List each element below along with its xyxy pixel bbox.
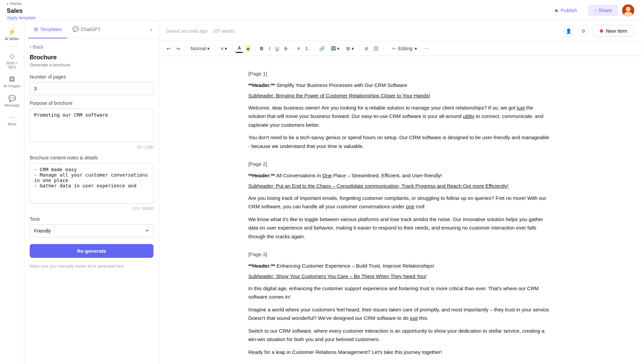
purpose-label: Purpose of brochure [30, 100, 154, 106]
tab-chatgpt-label: ChatGPT [81, 27, 101, 32]
svg-point-1 [626, 7, 631, 11]
sidebar-item-more[interactable]: ··· More [2, 111, 22, 129]
toolbar-divider-8 [383, 45, 383, 52]
bold-button[interactable]: B [258, 44, 265, 53]
page-1-marker: [Page 1] [248, 69, 552, 78]
undo-button[interactable]: ↩ [165, 44, 173, 53]
table-dropdown[interactable]: ⊞ ▾ [343, 44, 357, 53]
left-panel: ⊞ Templates 💬 ChatGPT ‹ Back Brochure Ge… [24, 21, 159, 364]
editor-meta: Saved seconds ago 337 words [166, 28, 235, 34]
panel-tabs-left: ⊞ Templates 💬 ChatGPT [28, 21, 106, 38]
templates-icon: ⊞ [34, 26, 38, 32]
sidebar-item-brief-seo[interactable]: ◇ Brief + SEO [2, 49, 22, 72]
tone-label: Tone [30, 216, 154, 222]
more-icon: ··· [9, 114, 15, 121]
avatar[interactable] [622, 4, 634, 17]
regenerate-button[interactable]: Re-generate [30, 244, 154, 258]
sidebar-item-label: Message [4, 103, 20, 107]
toolbar-divider-5 [292, 45, 292, 52]
disclaimer-text: Make sure you manually review all AI gen… [30, 263, 154, 269]
embed-button[interactable]: ⊡ [372, 44, 380, 53]
new-item-label: New Item [606, 28, 627, 34]
toolbar-divider-6 [314, 45, 314, 52]
subheader-underline: Subheader [248, 93, 273, 98]
page-2-para-2: We know what it's like to toggle between… [248, 215, 552, 241]
editor-top-bar: Saved seconds ago 337 words 👤 ⚙ New Item [159, 21, 641, 41]
sidebar-item-label: AI Writer [5, 37, 19, 41]
collapse-panel-button[interactable]: ‹ [147, 25, 155, 34]
sidebar-divider-1 [5, 46, 19, 47]
paragraph-style-dropdown[interactable]: Normal ▾ [188, 44, 212, 53]
page-3-para-1: In this digital age, enhancing the custo… [248, 284, 552, 301]
header-bold-2: **Header:** [248, 173, 275, 178]
message-icon: 💬 [8, 95, 16, 102]
sidebar-item-label: AI Images [4, 84, 21, 88]
number-of-pages-input[interactable] [30, 82, 154, 95]
editor-content[interactable]: [Page 1] **Header:** Simplify Your Busin… [159, 56, 641, 364]
tone-select[interactable]: Friendly Professional Casual Formal [30, 224, 154, 237]
back-link[interactable]: Back [30, 44, 154, 50]
toolbar-divider-2 [215, 45, 215, 52]
underline-one-roof: one [406, 204, 414, 209]
purpose-textarea[interactable]: Promoting our CRM software [30, 109, 154, 142]
breadcrumb-title: Sales [7, 7, 36, 14]
numbered-list-button[interactable]: 1. [303, 44, 311, 53]
underline-one-2: One [322, 173, 332, 178]
align-icon: ≡ [221, 46, 223, 51]
underline-button[interactable]: U [273, 44, 281, 53]
home-link[interactable]: Home [7, 1, 36, 7]
editor-actions: 👤 ⚙ New Item [563, 25, 634, 37]
tab-templates[interactable]: ⊞ Templates [28, 21, 67, 38]
editing-mode-button[interactable]: ✏ Editing ▾ [389, 44, 420, 53]
brief-seo-icon: ◇ [9, 52, 15, 60]
image-chevron-icon: ▾ [337, 46, 339, 51]
link-button[interactable]: 🔗 [317, 44, 327, 53]
toolbar-divider-1 [185, 45, 185, 52]
ai-images-icon: 🖼 [9, 76, 15, 83]
word-count: 337 words [213, 28, 235, 34]
sidebar-item-ai-images[interactable]: 🖼 AI Images [2, 73, 22, 91]
apply-template-link[interactable]: Apply template [7, 15, 36, 20]
more-toolbar-button[interactable]: ··· [422, 44, 431, 53]
header-bold: **Header:** [248, 82, 275, 88]
page-3-header: **Header:** Enhancing Customer Experienc… [248, 262, 552, 270]
notes-textarea[interactable]: - CRM made easy - Manage all your custom… [30, 163, 154, 204]
redo-button[interactable]: ↪ [174, 44, 182, 53]
sidebar-item-message[interactable]: 💬 Message [2, 92, 22, 110]
user-action-button[interactable]: 👤 [563, 25, 575, 37]
toolbar-divider-4 [255, 45, 255, 52]
content-body: [Page 1] **Header:** Simplify Your Busin… [248, 69, 552, 356]
new-item-button[interactable]: New Item [593, 25, 634, 37]
strikethrough-button[interactable]: S [282, 44, 289, 53]
top-bar: Home Sales Apply template Publish Share [0, 0, 641, 21]
editing-chevron-icon: ▾ [415, 46, 417, 51]
subheader-underline-2: Subheader [248, 183, 273, 189]
pencil-icon: ✏ [392, 46, 396, 51]
editor-area: Saved seconds ago 337 words 👤 ⚙ New Item… [159, 21, 641, 364]
chevron-down-icon: ▾ [207, 46, 210, 51]
page-3-para-3: Switch to our CRM software, where every … [248, 327, 552, 344]
panel-tabs: ⊞ Templates 💬 ChatGPT ‹ [24, 21, 159, 38]
publish-button[interactable]: Publish [549, 5, 584, 16]
page-3-marker: [Page 3] [248, 250, 552, 259]
panel-content: Back Brochure Generate a brochure. Numbe… [24, 38, 159, 364]
share-button[interactable]: Share [588, 5, 618, 16]
settings-action-button[interactable]: ⚙ [578, 25, 589, 37]
bullet-list-button[interactable]: ≡ [295, 44, 302, 53]
text-color-button[interactable]: A [235, 44, 243, 53]
tab-chatgpt[interactable]: 💬 ChatGPT [67, 21, 106, 38]
highlight-button[interactable]: ◈ [244, 44, 252, 53]
editing-label: Editing [398, 46, 413, 51]
more-options-button[interactable]: ⊘ [362, 44, 370, 53]
subheader-underline-3: Subheader [248, 273, 273, 279]
italic-button[interactable]: I [267, 44, 272, 53]
purpose-char-count: 26 / 1000 [30, 145, 154, 150]
page-1-section: [Page 1] **Header:** Simplify Your Busin… [248, 69, 552, 150]
number-of-pages-label: Number of pages [30, 74, 154, 80]
sidebar-item-ai-writer[interactable]: ⚡ AI Writer [2, 25, 22, 43]
breadcrumb-area: Home Sales Apply template [7, 1, 36, 20]
image-dropdown[interactable]: 🖼 ▾ [328, 44, 342, 53]
page-1-subheader: Subheader: Bringing the Power of Custome… [248, 91, 552, 100]
panel-title: Brochure [30, 54, 154, 61]
align-dropdown[interactable]: ≡ ▾ [218, 44, 230, 53]
